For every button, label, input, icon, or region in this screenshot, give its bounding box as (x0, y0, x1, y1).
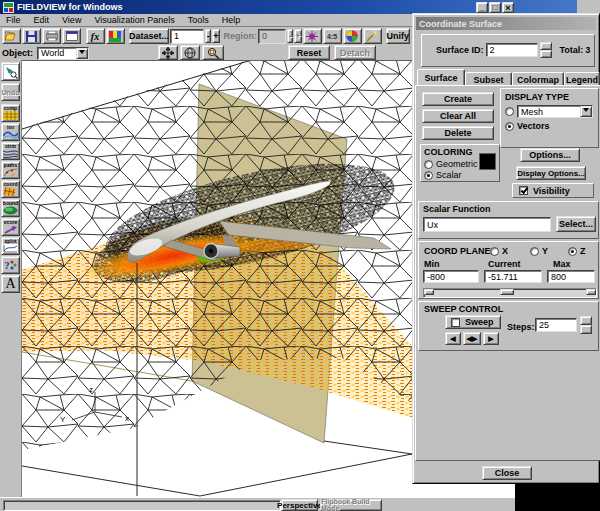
menu-tools[interactable]: Tools (188, 15, 209, 25)
undo-button: Undo (1, 83, 20, 101)
mesh-dropdown-arrow[interactable] (580, 106, 592, 117)
dataset-increment-button[interactable]: + (212, 29, 219, 43)
axis-x-label: x (125, 414, 129, 423)
object-dropdown[interactable]: World (37, 47, 89, 60)
surface-id-input[interactable] (486, 43, 538, 57)
minimize-button[interactable]: _ (476, 2, 488, 13)
zoom-button[interactable] (202, 45, 224, 60)
sweep-forward-button[interactable]: ▶ (483, 332, 499, 345)
scalar-function-field[interactable]: Ux (423, 217, 551, 232)
probe-dots-icon (10, 259, 17, 271)
coord-z-label: Z (580, 246, 586, 256)
dataset-button[interactable]: Dataset... (129, 28, 169, 44)
sweep-bounce-button[interactable]: ◀▶ (463, 332, 481, 345)
geometric-radio[interactable] (424, 160, 433, 169)
menu-file[interactable]: File (6, 15, 21, 25)
app-icon (3, 2, 14, 13)
scalar-function-group: Scalar Function Ux Select... (418, 201, 599, 239)
clear-all-button[interactable]: Clear All (422, 109, 494, 123)
tool-particle-paths[interactable]: paths (1, 161, 20, 179)
dataset-decrement-button[interactable]: - (205, 29, 211, 43)
scalar-function-label: Scalar Function (423, 204, 598, 214)
display-options-button[interactable]: Display Options... (516, 166, 586, 180)
sweep-control-label: SWEEP CONTROL (424, 304, 598, 314)
object-dropdown-arrow[interactable] (76, 48, 88, 59)
function-button[interactable]: fx (86, 28, 105, 44)
coord-slider-handle[interactable] (500, 289, 514, 295)
tool-iso-surface[interactable]: iso (1, 123, 20, 141)
create-button[interactable]: Create (422, 92, 494, 106)
print-button[interactable] (42, 28, 61, 44)
dialog-close-button[interactable]: Close (482, 466, 532, 480)
surface-id-increment-button[interactable] (540, 42, 552, 50)
tool-xy-plot[interactable]: xplot (1, 237, 20, 255)
viewer-window-button[interactable] (62, 28, 81, 44)
dialog-title-bar[interactable]: Coordinate Surface (416, 17, 596, 30)
mesh-radio[interactable] (505, 107, 514, 116)
close-button[interactable]: × (502, 2, 514, 13)
probe-button[interactable] (303, 28, 322, 44)
dataset-number-input[interactable] (170, 29, 204, 44)
reset-button[interactable]: Reset (288, 45, 330, 60)
tool-probe[interactable]: ? (1, 256, 20, 274)
surface-id-group: Surface ID: Total: 3 (421, 34, 595, 67)
open-button[interactable] (2, 28, 21, 44)
current-input[interactable] (484, 270, 542, 283)
pan-button[interactable] (158, 45, 178, 60)
tool-comp-surface[interactable]: comp (1, 104, 20, 122)
viewport-strip (412, 484, 515, 497)
coord-x-label: X (502, 246, 508, 256)
tool-coord-surface[interactable]: coord (1, 180, 20, 198)
sweep-checkbox[interactable] (451, 318, 460, 327)
geometric-label: Geometric (436, 159, 478, 169)
surface-id-decrement-button[interactable] (540, 50, 552, 58)
surface-id-label: Surface ID: (436, 45, 484, 55)
aspect-ratio-button[interactable]: 4:5 (323, 28, 342, 44)
desktop-corner (515, 484, 600, 511)
options-button[interactable]: Options... (520, 148, 580, 162)
color-wheel-button[interactable] (343, 28, 362, 44)
flipbook-build-mode-button: Flipbook Build Mode (320, 499, 382, 511)
coord-z-radio[interactable] (568, 247, 577, 256)
rotate-button[interactable] (180, 45, 200, 60)
coord-slider-right-cap[interactable] (586, 289, 596, 295)
delete-button[interactable]: Delete (422, 126, 494, 140)
sweep-back-button[interactable]: ◀ (445, 332, 461, 345)
save-button[interactable] (22, 28, 41, 44)
tool-boundary-surface[interactable]: bound (1, 199, 20, 217)
steps-input[interactable] (535, 318, 577, 332)
max-input[interactable] (547, 270, 595, 283)
pan-cross-icon (162, 47, 174, 59)
menu-view[interactable]: View (62, 15, 81, 25)
steps-increment-button[interactable] (580, 316, 592, 325)
coord-x-radio[interactable] (490, 247, 499, 256)
select-button[interactable]: Select... (556, 216, 596, 232)
coord-slider-left-cap[interactable] (424, 289, 434, 295)
menu-visualization-panels[interactable]: Visualization Panels (94, 15, 174, 25)
comp-grid-icon (3, 111, 18, 120)
tool-vortex-cores[interactable]: vcore (1, 218, 20, 236)
3d-viewport[interactable]: z x Y (22, 60, 412, 497)
colormap-button[interactable] (106, 28, 125, 44)
tool-annotation[interactable]: A (1, 275, 20, 293)
visibility-checkbox[interactable] (519, 186, 528, 195)
color-swatch[interactable] (479, 153, 496, 170)
view-tool-button[interactable] (1, 62, 20, 81)
maximize-button[interactable]: □ (489, 2, 501, 13)
sweep-toggle-button[interactable]: Sweep (445, 315, 501, 329)
picker-button[interactable] (363, 28, 382, 44)
unify-button[interactable]: Unify (386, 28, 411, 44)
mesh-dropdown[interactable]: Mesh (517, 105, 593, 118)
min-input[interactable] (423, 270, 479, 283)
perspective-button[interactable]: Perspective (281, 499, 318, 511)
globe-icon (184, 47, 196, 59)
view-mode-buttons (158, 45, 224, 60)
steps-decrement-button[interactable] (580, 325, 592, 334)
coord-y-radio[interactable] (530, 247, 539, 256)
scalar-radio[interactable] (424, 171, 433, 180)
vectors-radio[interactable] (505, 122, 514, 131)
coord-slider-track[interactable] (423, 288, 597, 298)
menu-help[interactable]: Help (222, 15, 241, 25)
menu-edit[interactable]: Edit (34, 15, 50, 25)
tool-streamlines[interactable]: strm (1, 142, 20, 160)
